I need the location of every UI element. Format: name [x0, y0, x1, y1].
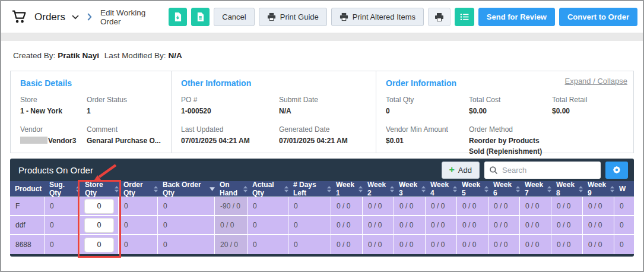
column-label: W: [619, 185, 626, 193]
column-header-week-9[interactable]: Week 9: [583, 181, 614, 197]
table-cell: 0: [119, 235, 158, 254]
document-button[interactable]: [191, 8, 210, 26]
table-cell: 0 / 0: [457, 216, 488, 234]
page-title: Edit Working Order: [100, 8, 164, 26]
table-cell: 0: [248, 216, 288, 234]
convert-to-order-label: Convert to Order: [567, 12, 629, 21]
send-for-review-label: Send for Review: [487, 12, 547, 21]
created-by-value: Pratik Nayi: [58, 51, 99, 60]
column-header-actual-qty[interactable]: Actual Qty: [248, 181, 288, 197]
column-settings-button[interactable]: [605, 162, 628, 179]
table-cell: 0 / 0: [583, 197, 614, 215]
table-cell: -90 / 0: [215, 197, 248, 215]
sort-icon: [547, 186, 551, 192]
table-row: 868800020 / 0000 / 00 / 00 / 00 / 00 / 0…: [10, 235, 634, 254]
table-cell: 0 / 0: [520, 197, 551, 215]
gear-icon: [612, 165, 621, 175]
print-button[interactable]: [428, 8, 451, 26]
column-header-week-2[interactable]: Week 2: [363, 181, 394, 197]
table-cell: 0 / 0: [363, 235, 394, 254]
search-input[interactable]: [484, 162, 601, 179]
column-header-back-order-qty[interactable]: Back Order Qty: [158, 181, 215, 197]
product-cell: 8688: [10, 235, 45, 254]
table-cell: 0: [614, 235, 634, 254]
product-cell: ddf: [10, 216, 45, 234]
column-header-w[interactable]: W: [614, 181, 634, 197]
table-cell: 0 / 0: [363, 197, 394, 215]
page: Orders Edit Working Order Cancel Print G…: [0, 0, 644, 272]
table-cell: 0 / 0: [394, 235, 426, 254]
column-header-sug-qty[interactable]: Sug. Qty: [45, 181, 80, 197]
printer-icon: [267, 12, 276, 21]
cancel-button[interactable]: Cancel: [214, 8, 254, 26]
print-guide-label: Print Guide: [280, 12, 319, 21]
chevron-down-icon[interactable]: [72, 15, 79, 20]
column-header-week-4[interactable]: Week 4: [426, 181, 457, 197]
column-header-order-qty[interactable]: Order Qty: [119, 181, 158, 197]
plus-icon: +: [449, 165, 455, 175]
table-cell: 0 / 0: [551, 235, 583, 254]
print-guide-button[interactable]: Print Guide: [259, 8, 327, 26]
table-cell: 0 / 0: [426, 197, 457, 215]
save-document-button[interactable]: [169, 8, 187, 26]
sort-icon: [327, 186, 331, 192]
table-cell: 0 / 0: [457, 235, 488, 254]
info-panels: Basic Details Store 1 - New York Order S…: [10, 71, 634, 153]
nav-orders[interactable]: Orders: [34, 11, 65, 23]
column-label: Actual Qty: [252, 181, 281, 197]
list-view-button[interactable]: [455, 8, 474, 26]
column-header-store-qty[interactable]: Store Qty: [80, 181, 119, 197]
sort-icon: [610, 186, 614, 192]
column-header-week-1[interactable]: Week 1: [331, 181, 363, 197]
table-cell: 0: [158, 235, 215, 254]
document-download-icon: [174, 12, 182, 21]
sort-icon: [453, 186, 457, 192]
table-cell: 0 / 0: [488, 235, 520, 254]
products-table-body: F000-90 / 0000 / 00 / 00 / 00 / 00 / 00 …: [10, 197, 634, 254]
breadcrumb-chevron-icon: [87, 13, 92, 21]
column-header-week-3[interactable]: Week 3: [394, 181, 426, 197]
store-qty-input[interactable]: [84, 238, 114, 252]
document-lines-icon: [196, 12, 204, 21]
products-on-order-section: Products On Order + Add ProductSug. QtyS…: [10, 159, 634, 257]
column-header-week-5[interactable]: Week 5: [457, 181, 488, 197]
table-row: F000-90 / 0000 / 00 / 00 / 00 / 00 / 00 …: [10, 197, 634, 216]
send-for-review-button[interactable]: Send for Review: [478, 8, 555, 26]
column-label: Week 1: [336, 181, 356, 197]
sort-icon: [243, 186, 248, 192]
store-qty-cell: [80, 216, 119, 234]
column-label: On Hand: [220, 181, 240, 197]
table-cell: 0 / 0: [331, 197, 363, 215]
column-header--days-left[interactable]: # Days Left: [288, 181, 331, 197]
product-cell: F: [10, 197, 45, 215]
convert-to-order-button[interactable]: Convert to Order: [559, 8, 637, 26]
print-altered-items-button[interactable]: Print Altered Items: [331, 8, 424, 26]
add-product-button[interactable]: + Add: [442, 162, 480, 179]
expand-collapse-link[interactable]: Expand / Collapse: [564, 77, 627, 86]
table-cell: 0 / 0: [583, 235, 614, 254]
column-label: Week 4: [430, 181, 450, 197]
column-label: Week 7: [525, 181, 544, 197]
field-order-method: Order Method Reorder by Products Sold (R…: [469, 125, 552, 157]
column-header-week-7[interactable]: Week 7: [520, 181, 551, 197]
field-vendor: Vendor Vendor3: [20, 125, 87, 146]
store-qty-input[interactable]: [84, 218, 114, 233]
column-header-week-6[interactable]: Week 6: [488, 181, 520, 197]
field-total-retail: Total Retail $0.00: [552, 96, 624, 116]
store-qty-input[interactable]: [84, 199, 114, 214]
table-cell: 0: [248, 235, 288, 254]
sort-icon: [115, 186, 119, 192]
search-icon: [489, 166, 498, 177]
table-cell: 0 / 0: [426, 235, 457, 254]
column-header-week-8[interactable]: Week 8: [551, 181, 583, 197]
products-toolbar: Products On Order + Add: [10, 159, 634, 181]
table-cell: 0: [45, 197, 80, 215]
field-total-cost: Total Cost $0.00: [469, 96, 552, 116]
column-header-on-hand[interactable]: On Hand: [215, 181, 248, 197]
column-label: Week 8: [556, 181, 576, 197]
column-label: Product: [15, 185, 42, 193]
sort-desc-icon: [210, 187, 215, 191]
sort-icon: [284, 186, 288, 192]
field-order-status: Order Status 1: [87, 96, 161, 116]
column-header-product[interactable]: Product: [10, 181, 45, 197]
